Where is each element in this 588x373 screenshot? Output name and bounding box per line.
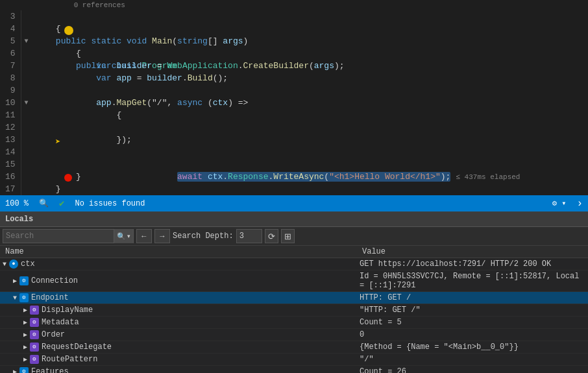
code-line-17: } [34,183,588,195]
arrow-right-icon: › [576,198,583,210]
issues-text: No issues found [75,199,145,208]
code-line-9 [34,84,588,97]
obj-icon: ● [9,259,18,269]
search-button[interactable]: 🔍 ▾ [114,229,133,243]
prop-icon: ⚙ [30,306,39,315]
locals-toolbar: 🔍 ▾ ← → Search Depth: ⟳ ⊞ [0,227,588,246]
displayname-value: "HTTP: GET /" [357,304,588,317]
nav-forward-button[interactable]: → [154,229,170,243]
prop-icon: ⚙ [30,330,39,339]
code-line-3: public class Program [34,10,588,23]
endpoint-value: HTTP: GET / [357,292,588,304]
expand-icon[interactable]: ▶ [23,355,27,363]
code-line-13: }); [34,134,588,146]
action-btn-1[interactable]: ⟳ [265,229,278,243]
nav-back-button[interactable]: ← [136,229,152,243]
zoom-level: 100 % [5,199,29,208]
expand-icon[interactable]: ▶ [23,319,27,326]
order-value: 0 [357,329,588,341]
locals-panel: Locals 🔍 ▾ ← → Search Depth: ⟳ ⊞ Name Va… [0,211,588,373]
table-row[interactable]: ▶ ⚙ RequestDelegate {Method = {Name = "<… [0,341,588,354]
code-line-7: var builder = WebApplication.CreateBuild… [34,60,588,72]
table-row[interactable]: ▶ ⚙ Connection Id = 0HN5LS3SVC7CJ, Remot… [0,271,588,292]
issues-check-icon: ✔ [59,198,64,209]
search-box: 🔍 ▾ [3,229,134,243]
status-bar: 100 % 🔍 ✔ No issues found ⚙ ▾ › [0,195,588,211]
table-row[interactable]: ▼ ● ctx GET https://localhost:7291/ HTTP… [0,258,588,271]
code-line-11: { [34,109,588,121]
expand-icon[interactable]: ▼ [13,295,17,302]
depth-label: Search Depth: [173,232,234,241]
code-line-15: app.Run(); [34,158,588,171]
depth-input[interactable] [236,229,262,243]
locals-table: Name Value ▼ ● ctx GET https://localhost… [0,246,588,373]
locals-header: Locals [0,212,588,227]
code-line-5: public static void Main(string[] args) [34,35,588,47]
prop-icon: ⚙ [19,367,29,373]
col-name-header: Name [0,246,357,258]
routepattern-value: "/" [357,354,588,366]
prop-icon: ⚙ [30,355,39,364]
expand-icon[interactable]: ▼ [3,261,6,268]
code-content: public class Program { public static voi… [32,10,588,195]
col-value-header: Value [357,246,588,258]
expand-icon[interactable]: ▶ [23,343,27,351]
table-row[interactable]: ▶ ⚙ DisplayName "HTTP: GET /" [0,304,588,317]
expand-icon[interactable]: ▶ [23,306,27,314]
code-line-8: var app = builder.Build(); [34,72,588,84]
line-numbers: 3 4 5 6 7 8 9 10 11 12 13 14 15 16 17 [0,10,21,195]
metadata-value: Count = 5 [357,317,588,329]
zoom-icon[interactable]: 🔍 [39,199,49,208]
ctx-value: GET https://localhost:7291/ HTTP/2 200 O… [357,258,588,271]
prop-icon: ⚙ [30,343,39,352]
connection-value: Id = 0HN5LS3SVC7CJ, Remote = [::1]:52817… [357,271,588,292]
table-row[interactable]: ▶ ⚙ Metadata Count = 5 [0,317,588,329]
prop-icon: ⚙ [30,318,39,327]
table-row[interactable]: ▶ ⚙ Features Count = 26 [0,366,588,374]
code-line-12: ➤ await ctx.Response.WriteAsync("<h1>Hel… [34,121,588,134]
code-editor: 0 references 3 4 5 6 7 8 9 10 11 12 13 1… [0,0,588,195]
expand-icon[interactable]: ▶ [23,331,27,339]
fold-column: ▼ ▼ [21,10,32,195]
search-input[interactable] [3,232,114,241]
features-value: Count = 26 [357,366,588,374]
table-row[interactable]: ▼ ⚙ Endpoint HTTP: GET / [0,292,588,304]
code-line-4: { [34,23,588,35]
action-btn-2[interactable]: ⊞ [281,229,295,243]
table-row[interactable]: ▶ ⚙ RoutePattern "/" [0,354,588,366]
requestdelegate-value: {Method = {Name = "<Main>b__0_0"}} [357,341,588,354]
code-line-14 [34,146,588,158]
ref-hint: 0 references [0,0,588,10]
table-row[interactable]: ▶ ⚙ Order 0 [0,329,588,341]
settings-icon[interactable]: ⚙ ▾ [552,199,567,208]
expand-icon[interactable]: ▶ [13,277,17,285]
code-line-6: { [34,47,588,60]
prop-icon: ⚙ [19,276,29,285]
expand-icon[interactable]: ▶ [13,368,17,373]
code-line-16: } [34,171,588,183]
code-line-10: app.MapGet("/", async (ctx) => [34,97,588,109]
prop-icon: ⚙ [19,293,29,302]
